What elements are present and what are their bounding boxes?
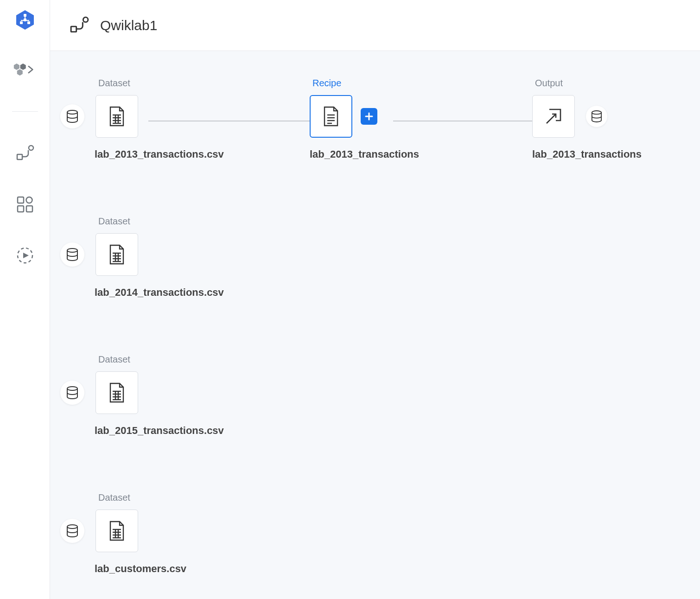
sidebar: [0, 0, 50, 599]
svg-rect-4: [27, 21, 30, 24]
node-type-label: Recipe: [312, 78, 377, 89]
dataset-box[interactable]: [95, 233, 138, 276]
svg-marker-9: [17, 69, 22, 76]
svg-point-41: [67, 387, 77, 390]
output-node: Output: [532, 78, 607, 138]
svg-point-13: [26, 197, 32, 203]
datasource-icon[interactable]: [60, 381, 84, 405]
node-type-label: Dataset: [98, 492, 138, 503]
svg-rect-10: [17, 154, 22, 159]
app-logo[interactable]: [14, 9, 36, 31]
dataset-name: lab_2013_transactions.csv: [95, 148, 224, 160]
sidebar-divider: [12, 111, 38, 112]
datasource-icon[interactable]: [60, 242, 84, 267]
datasource-icon[interactable]: [60, 519, 84, 543]
output-target-icon[interactable]: [586, 106, 607, 127]
dataset-node-1: Dataset: [60, 78, 138, 138]
svg-point-33: [592, 111, 601, 114]
dataset-name: lab_customers.csv: [95, 563, 186, 575]
svg-rect-14: [18, 206, 24, 212]
svg-rect-5: [25, 16, 25, 20]
flow-icon: [70, 16, 89, 35]
node-type-label: Dataset: [98, 216, 138, 227]
recipe-name: lab_2013_transactions: [310, 148, 419, 160]
datasource-icon[interactable]: [60, 104, 84, 128]
nav-library-icon[interactable]: [11, 191, 39, 218]
svg-rect-6: [21, 20, 29, 21]
add-step-button[interactable]: [361, 108, 377, 125]
node-type-label: Dataset: [98, 354, 138, 365]
dataset-name: lab_2015_transactions.csv: [95, 425, 224, 437]
edge-dataset-to-recipe: [148, 121, 315, 121]
recipe-node: Recipe: [310, 78, 377, 138]
flow-title: Qwiklab1: [100, 18, 157, 33]
recipe-box[interactable]: [310, 95, 352, 138]
header: Qwiklab1: [50, 0, 700, 51]
dataset-box[interactable]: [95, 371, 138, 414]
dataset-node-3: Dataset: [60, 354, 138, 414]
dataset-box[interactable]: [95, 510, 138, 552]
svg-marker-17: [23, 253, 29, 258]
svg-rect-3: [20, 21, 23, 24]
svg-point-34: [67, 249, 77, 252]
nav-flows-icon[interactable]: [11, 140, 39, 167]
edge-recipe-to-output: [393, 121, 541, 121]
dataset-name: lab_2014_transactions.csv: [95, 287, 224, 299]
node-type-label: Output: [535, 78, 607, 89]
output-name: lab_2013_transactions: [532, 148, 642, 160]
node-type-label: Dataset: [98, 78, 138, 89]
svg-rect-15: [26, 206, 32, 212]
svg-rect-12: [18, 197, 24, 203]
nav-jobs-icon[interactable]: [11, 242, 39, 269]
svg-point-20: [67, 110, 77, 114]
svg-marker-7: [13, 64, 19, 70]
svg-point-11: [29, 146, 33, 150]
svg-rect-18: [71, 26, 76, 32]
dataset-node-4: Dataset: [60, 492, 138, 552]
dataset-box[interactable]: [95, 95, 138, 138]
nav-datasets-icon[interactable]: [11, 56, 39, 83]
svg-marker-8: [20, 64, 25, 70]
dataset-node-2: Dataset: [60, 216, 138, 276]
svg-point-48: [67, 525, 77, 529]
flow-canvas[interactable]: Dataset: [50, 51, 700, 599]
output-box[interactable]: [532, 95, 575, 138]
svg-point-19: [83, 17, 88, 22]
